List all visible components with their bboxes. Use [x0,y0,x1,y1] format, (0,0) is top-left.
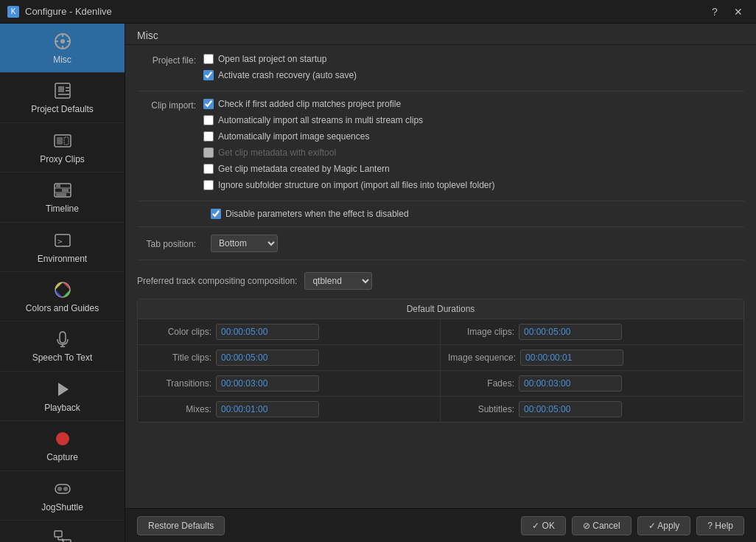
svg-marker-26 [58,383,69,396]
get-clip-metadata-exif-checkbox[interactable] [203,147,214,158]
auto-import-streams-checkbox[interactable] [203,115,214,125]
disable-parameters-checkbox[interactable] [211,209,221,219]
compositing-label: Preferred track compositing composition: [137,276,297,286]
sidebar-item-misc[interactable]: Misc [0,24,125,73]
title-clips-cell: Title clips: [138,345,441,371]
sidebar-item-playback-label: Playback [44,403,80,413]
ignore-subfolder-row: Ignore subfolder structure on import (im… [203,180,495,190]
svg-point-27 [56,432,69,445]
subtitles-cell: Subtitles: [441,397,743,422]
svg-point-1 [60,39,65,44]
titlebar-controls: ? ✕ [704,4,749,20]
capture-icon [52,428,73,449]
durations-header: Default Durations [138,299,743,319]
svg-point-29 [57,487,62,491]
transitions-label: Transitions: [145,378,211,389]
sidebar-item-colors-and-guides[interactable]: Colors and Guides [0,272,125,322]
image-clips-label: Image clips: [448,327,514,337]
activate-crash-recovery-label[interactable]: Activate crash recovery (auto save) [218,70,357,80]
transcode-icon [52,528,73,542]
activate-crash-recovery-checkbox[interactable] [203,70,214,80]
tab-position-label: Tab position: [137,237,203,249]
compositing-select[interactable]: qtblend movit none [304,272,372,290]
sidebar-item-jogshuttle[interactable]: JogShuttle [0,471,125,521]
check-first-added-row: Check if first added clip matches projec… [203,99,495,109]
sidebar-item-jogshuttle-label: JogShuttle [41,502,83,513]
auto-import-streams-label[interactable]: Automatically import all streams in mult… [218,115,423,125]
sidebar-item-project-defaults[interactable]: Project Defaults [0,73,125,122]
check-first-added-checkbox[interactable] [203,99,214,109]
svg-rect-12 [57,137,63,145]
cancel-button[interactable]: ⊘ Cancel [572,516,631,535]
ignore-subfolder-checkbox[interactable] [203,180,214,190]
get-clip-metadata-exif-label[interactable]: Get clip metadata with exiftool [218,147,336,158]
open-last-project-label[interactable]: Open last project on startup [218,54,326,64]
sidebar-item-capture[interactable]: Capture [0,421,125,470]
content-header: Misc [125,24,756,45]
ok-button[interactable]: ✓ OK [521,516,566,535]
mixes-label: Mixes: [145,404,211,414]
restore-defaults-button[interactable]: Restore Defaults [137,516,225,535]
image-clips-input[interactable] [519,324,622,340]
svg-rect-7 [58,86,64,92]
auto-import-image-sequences-checkbox[interactable] [203,131,214,142]
svg-rect-19 [56,193,66,196]
transitions-input[interactable] [216,375,319,392]
check-first-added-label[interactable]: Check if first added clip matches projec… [218,99,401,109]
image-sequence-input[interactable] [520,350,623,366]
tab-position-row: Tab position: Bottom Top Left Right [137,234,744,252]
title-clips-label: Title clips: [145,352,211,363]
sidebar-item-colors-and-guides-label: Colors and Guides [26,303,99,313]
fades-input[interactable] [519,375,622,392]
svg-rect-13 [64,137,69,145]
separator-3 [137,226,744,227]
close-button[interactable]: ✕ [728,4,749,20]
playback-icon [52,379,73,400]
titlebar: K Configure - Kdenlive ? ✕ [0,0,756,24]
speech-to-text-icon [52,329,73,350]
color-clips-input[interactable] [216,324,319,340]
sidebar-item-proxy-clips[interactable]: Proxy Clips [0,123,125,173]
clip-import-label: Clip import: [137,99,203,111]
auto-import-image-sequences-label[interactable]: Automatically import image sequences [218,131,369,142]
image-sequence-cell: Image sequence: [441,345,743,371]
sidebar-item-transcode[interactable]: Transcode [0,521,125,542]
sidebar-item-speech-to-text[interactable]: Speech To Text [0,322,125,371]
help-button[interactable]: ? [704,4,725,20]
subtitles-input[interactable] [519,401,622,417]
disable-parameters-row-wrapper: Disable parameters when the effect is di… [211,209,744,219]
help-button-bottom[interactable]: ? Help [696,516,744,535]
colors-and-guides-icon [52,279,73,300]
compositing-row: Preferred track compositing composition:… [137,268,744,290]
open-last-project-checkbox[interactable] [203,54,214,64]
sidebar-item-timeline[interactable]: Timeline [0,173,125,222]
titlebar-left: K Configure - Kdenlive [7,6,112,18]
project-file-content: Open last project on startup Activate cr… [203,54,357,83]
get-clip-metadata-magic-label[interactable]: Get clip metadata created by Magic Lante… [218,164,390,174]
sidebar-item-environment-label: Environment [38,254,87,264]
apply-button[interactable]: ✓ Apply [637,516,691,535]
ignore-subfolder-label[interactable]: Ignore subfolder structure on import (im… [218,180,495,190]
fades-label: Fades: [448,378,514,389]
sidebar-item-playback[interactable]: Playback [0,372,125,421]
svg-text:>_: >_ [57,237,68,246]
svg-point-30 [63,487,68,491]
get-clip-metadata-magic-checkbox[interactable] [203,164,214,174]
svg-rect-17 [56,184,60,187]
color-clips-label: Color clips: [145,327,211,337]
jogshuttle-icon [52,479,73,499]
sidebar-item-environment[interactable]: >_ Environment [0,223,125,272]
misc-icon [52,31,73,52]
mixes-input[interactable] [216,401,319,417]
sidebar-item-misc-label: Misc [53,55,71,65]
sidebar-item-proxy-clips-label: Proxy Clips [40,154,85,164]
clip-import-row: Clip import: Check if first added clip m… [137,99,744,193]
color-clips-cell: Color clips: [138,319,441,345]
disable-parameters-label[interactable]: Disable parameters when the effect is di… [225,209,409,219]
content-body: Project file: Open last project on start… [125,45,756,508]
disable-parameters-row: Disable parameters when the effect is di… [211,209,744,219]
activate-crash-recovery-row: Activate crash recovery (auto save) [203,70,357,80]
tab-position-select[interactable]: Bottom Top Left Right [211,234,278,252]
title-clips-input[interactable] [216,350,319,366]
window-title: Configure - Kdenlive [25,6,112,17]
